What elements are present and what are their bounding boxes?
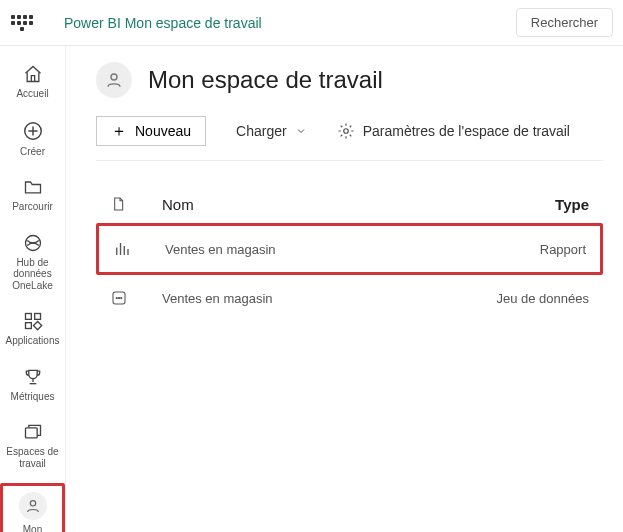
plus-icon: ＋ [111, 123, 127, 139]
gear-icon [337, 122, 355, 140]
breadcrumb[interactable]: Power BI Mon espace de travail [64, 15, 516, 31]
svg-point-11 [111, 74, 117, 80]
svg-point-10 [30, 501, 35, 506]
chevron-down-icon [295, 125, 307, 137]
left-nav: Accueil Créer Parcourir Hub de données O… [0, 46, 66, 532]
nav-datahub-label: Hub de données OneLake [0, 257, 65, 292]
svg-point-19 [118, 297, 119, 298]
svg-rect-7 [33, 321, 41, 329]
page-title: Mon espace de travail [148, 66, 383, 94]
svg-rect-9 [25, 428, 37, 438]
search-button[interactable]: Rechercher [516, 8, 613, 37]
new-button[interactable]: ＋ Nouveau [96, 116, 206, 146]
plus-circle-icon [22, 120, 44, 142]
svg-rect-6 [25, 323, 31, 329]
svg-point-12 [343, 129, 348, 134]
nav-my-workspace[interactable]: Mon espace de travail [0, 483, 65, 532]
workspace-settings-label: Paramètres de l'espace de travail [363, 123, 570, 139]
item-name: Ventes en magasin [161, 242, 486, 257]
nav-apps-label: Applications [6, 335, 60, 347]
new-button-label: Nouveau [135, 123, 191, 139]
svg-rect-4 [25, 314, 31, 320]
app-launcher-icon[interactable] [10, 11, 34, 35]
nav-browse-label: Parcourir [12, 201, 53, 213]
column-header-name[interactable]: Nom [158, 196, 489, 213]
home-icon [23, 64, 43, 84]
upload-button-label: Charger [236, 123, 287, 139]
report-icon [113, 240, 161, 258]
item-type: Rapport [486, 242, 586, 257]
nav-datahub[interactable]: Hub de données OneLake [0, 233, 65, 292]
svg-rect-5 [34, 314, 40, 320]
nav-workspaces-label: Espaces de travail [0, 446, 65, 469]
onelake-icon [23, 233, 43, 253]
svg-point-20 [121, 297, 122, 298]
nav-create[interactable]: Créer [0, 120, 65, 158]
nav-metrics-label: Métriques [11, 391, 55, 403]
apps-icon [23, 311, 43, 331]
nav-home-label: Accueil [16, 88, 48, 100]
folder-icon [23, 177, 43, 197]
workspaces-icon [23, 422, 43, 442]
nav-workspaces[interactable]: Espaces de travail [0, 422, 65, 469]
nav-browse[interactable]: Parcourir [0, 177, 65, 213]
content-table: Nom Type Ventes en magasinRapportVentes … [96, 185, 603, 321]
upload-button[interactable]: Charger [236, 123, 307, 139]
type-icon-header [110, 195, 158, 213]
svg-point-18 [116, 297, 117, 298]
table-row[interactable]: Ventes en magasinRapport [96, 223, 603, 275]
nav-my-workspace-label1: Mon [23, 524, 42, 532]
workspace-settings-button[interactable]: Paramètres de l'espace de travail [337, 122, 570, 140]
nav-home[interactable]: Accueil [0, 64, 65, 100]
column-header-type[interactable]: Type [489, 196, 589, 213]
trophy-icon [23, 367, 43, 387]
item-type: Jeu de données [489, 291, 589, 306]
item-name: Ventes en magasin [158, 291, 489, 306]
nav-apps[interactable]: Applications [0, 311, 65, 347]
dataset-icon [110, 289, 158, 307]
person-icon [19, 492, 47, 520]
nav-create-label: Créer [20, 146, 45, 158]
workspace-avatar-icon [96, 62, 132, 98]
nav-metrics[interactable]: Métriques [0, 367, 65, 403]
table-row[interactable]: Ventes en magasinJeu de données [96, 275, 603, 321]
